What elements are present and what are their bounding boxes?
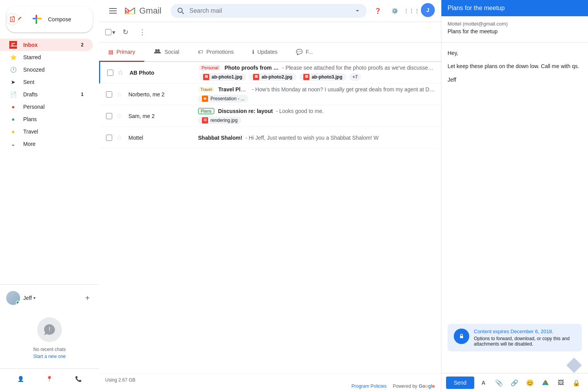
chat-user-row[interactable]: Jeff ▾ + — [0, 288, 99, 308]
personal-icon: ● — [9, 103, 17, 111]
travel-label: Travel — [23, 128, 84, 135]
tab-forums[interactable]: 💬 F... — [287, 43, 322, 62]
attachment-name: ab-photo1.jpg — [212, 74, 242, 80]
email-attachments: ▣ Presentation - ... — [198, 95, 435, 103]
search-bar[interactable] — [171, 4, 367, 18]
sidebar-item-travel[interactable]: ● Travel — [0, 125, 93, 138]
settings-button[interactable]: ⚙️ — [387, 3, 402, 19]
promotions-tab-icon: 🏷 — [198, 49, 203, 55]
email-list: ☆ AB Photo Personal Photo proofs from Th… — [99, 62, 441, 374]
send-button[interactable]: Send — [446, 377, 474, 389]
updates-tab-label: Updates — [257, 49, 277, 55]
email-footer: Using 2.67 GB Program Policies Powered b… — [99, 374, 441, 392]
apps-button[interactable]: ⋮⋮⋮ — [404, 3, 419, 19]
header-bar: M Gmail ❓ ⚙️ ⋮⋮⋮ J — [99, 0, 441, 22]
attachment-icon: 🖼 — [203, 74, 209, 80]
gmail-m-icon: M — [124, 5, 136, 17]
preview-meta: Mottel (mottel@gmail.com) Plans for the … — [441, 16, 588, 43]
tab-promotions[interactable]: 🏷 Promotions — [188, 43, 243, 62]
star-button[interactable]: ☆ — [116, 90, 124, 99]
sidebar-item-more[interactable]: ⌄ More — [0, 138, 93, 150]
sidebar-item-personal[interactable]: ● Personal — [0, 101, 93, 113]
email-label: Plans — [198, 108, 214, 114]
select-all-checkbox[interactable] — [105, 29, 111, 35]
online-indicator — [16, 301, 20, 305]
preview-panel: Plans for the meetup Mottel (mottel@gmai… — [441, 0, 588, 392]
add-chat-button[interactable]: + — [82, 293, 93, 303]
preview-signature: Jeff — [448, 75, 582, 84]
more-label: More — [23, 141, 84, 147]
inbox-badge: 2 — [81, 42, 84, 48]
sent-label: Sent — [23, 79, 84, 85]
photo-icon[interactable]: 🖼 — [555, 377, 567, 389]
email-checkbox[interactable] — [105, 91, 113, 98]
email-row[interactable]: ☆ Mottel Shabbat Shalom! - Hi Jeff, Just… — [99, 127, 441, 149]
header-right-icons: ❓ ⚙️ ⋮⋮⋮ J — [370, 3, 435, 19]
svg-rect-13 — [109, 10, 117, 11]
compose-button[interactable]: Compose — [6, 6, 93, 33]
gmail-text: Gmail — [139, 6, 161, 16]
email-row[interactable]: ☆ Sam, me 2 Plans Discussion re: layout … — [99, 105, 441, 127]
svg-point-19 — [157, 49, 160, 51]
email-checkbox[interactable] — [105, 135, 113, 141]
contacts-icon[interactable]: 👤 — [14, 372, 27, 386]
attachment-chip: 🖼 ab-photo1.jpg — [199, 73, 246, 81]
account-avatar[interactable]: J — [421, 3, 435, 17]
promotions-tab-label: Promotions — [206, 49, 234, 55]
sidebar: Compose Inbox 2 ⭐ Starred 🕐 Snoozed ➤ Se… — [0, 0, 99, 392]
location-icon[interactable]: 📍 — [43, 372, 56, 386]
tab-social[interactable]: Social — [144, 43, 188, 62]
more-options-button[interactable]: ⋮ — [135, 25, 149, 39]
email-label: Personal — [199, 65, 220, 70]
search-input[interactable] — [189, 7, 350, 14]
email-row[interactable]: ☆ AB Photo Personal Photo proofs from Th… — [99, 62, 441, 84]
svg-point-16 — [178, 8, 182, 12]
help-button[interactable]: ❓ — [370, 3, 385, 19]
expiry-diamond-decoration — [441, 358, 588, 373]
hamburger-menu-button[interactable] — [105, 3, 121, 19]
attach-icon[interactable]: 📎 — [493, 377, 505, 389]
star-button[interactable]: ☆ — [116, 134, 124, 142]
email-subject-line: Personal Photo proofs from Thursday - Pl… — [199, 65, 435, 71]
sidebar-item-plans[interactable]: ● Plans — [0, 113, 93, 125]
email-checkbox[interactable] — [106, 70, 114, 76]
start-new-chat-link[interactable]: Start a new one — [33, 354, 66, 359]
emoji-icon[interactable]: 😊 — [524, 377, 536, 389]
lock-icon[interactable]: 🔒 — [570, 377, 583, 389]
more-chevron-icon: ⌄ — [9, 140, 17, 148]
plans-icon: ● — [9, 115, 17, 123]
chat-bubble-icon — [37, 317, 62, 342]
sidebar-item-starred[interactable]: ⭐ Starred — [0, 51, 93, 63]
sidebar-item-sent[interactable]: ➤ Sent — [0, 76, 93, 88]
format-text-icon[interactable]: A — [477, 377, 490, 389]
svg-rect-9 — [32, 18, 37, 19]
email-subject-line: Travel Travel Plans - How's this Monday … — [198, 86, 435, 92]
tab-updates[interactable]: ℹ Updates — [243, 43, 287, 62]
drive-icon[interactable] — [539, 377, 552, 389]
sidebar-item-snoozed[interactable]: 🕐 Snoozed — [0, 63, 93, 76]
tab-primary[interactable]: ▤ Primary — [99, 43, 144, 62]
sidebar-item-inbox[interactable]: Inbox 2 — [0, 39, 93, 51]
preview-body-line1: Let keep these plans on the down low. Ca… — [448, 62, 582, 70]
search-dropdown-icon[interactable] — [354, 8, 361, 14]
phone-icon[interactable]: 📞 — [72, 372, 85, 386]
email-checkbox[interactable] — [105, 113, 113, 119]
attachment-icon: 🖼 — [202, 117, 208, 123]
sidebar-nav: Inbox 2 ⭐ Starred 🕐 Snoozed ➤ Sent 📄 Dra… — [0, 39, 99, 150]
expiry-content: Content expires December 6, 2018. Option… — [474, 329, 576, 347]
link-icon[interactable]: 🔗 — [508, 377, 521, 389]
select-dropdown-icon[interactable]: ▾ — [112, 29, 115, 36]
star-button[interactable]: ☆ — [116, 112, 124, 120]
main-content: M Gmail ❓ ⚙️ ⋮⋮⋮ J ▾ — [99, 0, 441, 392]
chat-section: Jeff ▾ + No recent chats Start a new one… — [0, 284, 99, 392]
email-row[interactable]: ☆ Norberto, me 2 Travel Travel Plans - H… — [99, 84, 441, 105]
starred-label: Starred — [23, 54, 84, 60]
inbox-icon — [9, 41, 17, 49]
email-subject-line: Shabbat Shalom! - Hi Jeff, Just wanted t… — [198, 135, 435, 141]
sidebar-item-drafts[interactable]: 📄 Drafts 1 — [0, 88, 93, 101]
star-button[interactable]: ☆ — [117, 68, 125, 77]
svg-rect-14 — [109, 13, 117, 14]
refresh-button[interactable]: ↻ — [118, 25, 132, 39]
program-policies-link[interactable]: Program Policies — [352, 383, 387, 389]
email-content: Personal Photo proofs from Thursday - Pl… — [199, 65, 435, 81]
